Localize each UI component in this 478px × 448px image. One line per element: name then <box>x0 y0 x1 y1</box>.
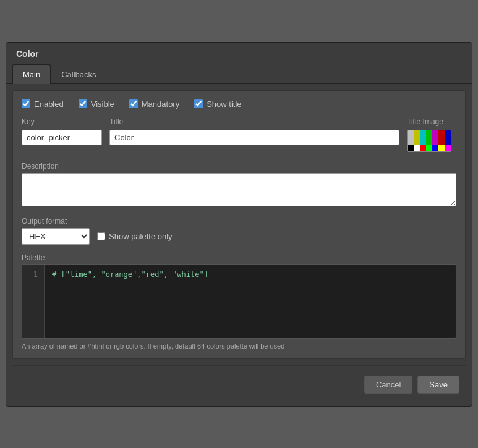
checkbox-visible-label: Visible <box>91 99 114 109</box>
output-row: HEX RGB RGBA HSL Show palette only <box>22 228 456 245</box>
title-image-label: Title Image <box>407 117 456 126</box>
output-format-label: Output format <box>22 217 456 226</box>
color-bars-top <box>408 130 451 145</box>
color-bar-b4 <box>426 145 432 151</box>
fields-row: Key Title Title Image <box>22 117 456 152</box>
color-bar-1 <box>408 130 414 145</box>
color-bar-b7 <box>445 145 451 151</box>
checkbox-visible-input[interactable] <box>79 99 87 108</box>
checkbox-mandatory-label: Mandatory <box>142 99 179 109</box>
palette-hint: An array of named or #html or rgb colors… <box>22 342 456 350</box>
title-image-box[interactable] <box>407 130 451 152</box>
show-palette-only-input[interactable] <box>97 232 105 240</box>
palette-section: Palette 1 # ["lime", "orange","red", "wh… <box>22 253 456 350</box>
checkbox-show-title-label: Show title <box>207 99 241 109</box>
description-section: Description <box>22 162 456 208</box>
key-field-label: Key <box>22 117 102 126</box>
checkbox-show-title-input[interactable] <box>194 99 203 108</box>
dialog: Color Main Callbacks Enabled Visible Man… <box>6 42 472 407</box>
title-image-field-group: Title Image <box>407 117 456 152</box>
color-bar-b6 <box>438 145 445 151</box>
code-content[interactable]: # ["lime", "orange","red", "white"] <box>45 265 456 338</box>
dialog-wrapper: Color Main Callbacks Enabled Visible Man… <box>0 0 478 448</box>
output-format-select[interactable]: HEX RGB RGBA HSL <box>22 228 90 245</box>
checkbox-mandatory[interactable]: Mandatory <box>129 99 179 109</box>
code-editor[interactable]: 1 # ["lime", "orange","red", "white"] <box>22 264 456 339</box>
title-field-group: Title <box>109 117 399 145</box>
color-bar-2 <box>414 130 420 145</box>
color-bar-6 <box>438 130 445 145</box>
checkbox-show-title[interactable]: Show title <box>194 99 241 109</box>
cancel-button[interactable]: Cancel <box>364 376 412 394</box>
title-field-label: Title <box>109 117 399 126</box>
color-bar-5 <box>432 130 438 145</box>
checkbox-visible[interactable]: Visible <box>79 99 114 109</box>
checkbox-enabled-input[interactable] <box>22 99 30 108</box>
title-input[interactable] <box>109 130 399 145</box>
color-bar-b1 <box>408 145 414 151</box>
dialog-footer: Cancel Save <box>6 366 472 406</box>
save-button[interactable]: Save <box>417 376 459 394</box>
key-field-group: Key <box>22 117 102 145</box>
output-format-section: Output format HEX RGB RGBA HSL Show pale… <box>22 217 456 245</box>
color-bar-3 <box>420 130 426 145</box>
description-label: Description <box>22 162 456 171</box>
dialog-title: Color <box>6 43 472 64</box>
checkbox-enabled[interactable]: Enabled <box>22 99 64 109</box>
show-palette-only-label: Show palette only <box>109 232 173 241</box>
tab-callbacks[interactable]: Callbacks <box>51 64 106 84</box>
key-input[interactable] <box>22 130 102 145</box>
tab-main[interactable]: Main <box>12 64 51 84</box>
show-palette-only-checkbox[interactable]: Show palette only <box>97 232 173 241</box>
checkbox-enabled-label: Enabled <box>34 99 64 109</box>
checkboxes-row: Enabled Visible Mandatory Show title <box>22 99 456 109</box>
checkbox-mandatory-input[interactable] <box>129 99 138 108</box>
line-numbers: 1 <box>22 265 45 338</box>
color-bars-bottom <box>408 145 451 151</box>
color-bar-4 <box>426 130 432 145</box>
tab-bar: Main Callbacks <box>6 64 472 84</box>
color-bar-b5 <box>432 145 438 151</box>
color-bar-7 <box>445 130 451 145</box>
main-panel: Enabled Visible Mandatory Show title <box>12 90 466 359</box>
palette-label: Palette <box>22 253 456 262</box>
color-bar-b2 <box>414 145 420 151</box>
description-textarea[interactable] <box>22 173 456 206</box>
color-bar-b3 <box>420 145 426 151</box>
